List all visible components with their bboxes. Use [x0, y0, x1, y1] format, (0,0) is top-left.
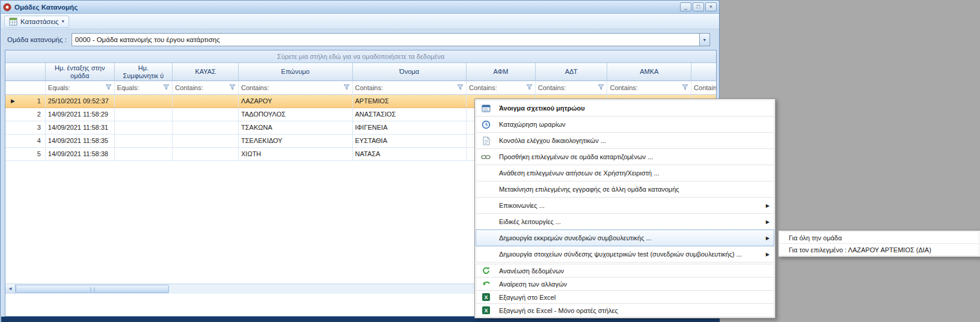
- filter-cell[interactable]: Contains:: [467, 81, 536, 95]
- chevron-down-icon: ▾: [62, 19, 64, 24]
- minimize-button[interactable]: _: [680, 2, 691, 11]
- menu-item-timetables[interactable]: Καταχώρηση ωραρίων: [476, 116, 774, 133]
- cell-first-name[interactable]: ΑΝΑΣΤΑΣΙΟΣ: [353, 108, 467, 121]
- menu-item-documents-console[interactable]: Κονσόλα ελέγχου δικαιολογητικών ...: [476, 132, 774, 149]
- cell-surname[interactable]: ΤΑΔΟΠΟΥΛΟΣ: [239, 108, 353, 121]
- submenu-item-whole-group[interactable]: Για όλη την ομάδα: [779, 231, 979, 244]
- window-title: Ομάδες Κατανομής: [14, 4, 78, 11]
- column-header-first-name[interactable]: Όνομα: [353, 63, 467, 81]
- filter-funnel-icon[interactable]: [526, 84, 533, 91]
- filter-cell[interactable]: Contains: [691, 81, 716, 95]
- menu-item-open-record[interactable]: Άνοιγμα σχετικού μητρώου: [476, 100, 774, 117]
- filter-funnel-icon[interactable]: [105, 84, 112, 91]
- cell-date-joined[interactable]: 14/09/2021 11:58:31: [46, 121, 115, 135]
- cell-surname[interactable]: ΧΙΩΤΗ: [239, 148, 353, 161]
- column-header-date-joined[interactable]: Ημ. ένταξης στην ομάδα: [46, 63, 115, 81]
- cell-surname[interactable]: ΛΑΖΑΡΟΥ: [239, 95, 353, 108]
- cell-agreement-date[interactable]: [115, 95, 173, 108]
- row-number-cell[interactable]: 3: [5, 121, 46, 135]
- menu-item-move-record[interactable]: Μετακίνηση επιλεγμένης εγγραφής σε άλλη …: [476, 181, 774, 198]
- column-header-afm[interactable]: ΑΦΜ: [467, 63, 536, 81]
- menu-item-refresh-data[interactable]: Ανανέωση δεδομένων: [476, 264, 774, 278]
- states-button[interactable]: Καταστάσεις ▾: [4, 16, 69, 28]
- svg-text:X: X: [484, 294, 488, 300]
- cell-first-name[interactable]: ΑΡΤΕΜΙΟΣ: [353, 95, 467, 108]
- link-icon: [480, 152, 491, 162]
- submenu-arrow-icon: ▶: [766, 203, 770, 208]
- submenu: Για όλη την ομάδα Για τον επιλεγμένο : Λ…: [778, 230, 980, 257]
- filter-funnel-icon[interactable]: [163, 84, 170, 91]
- cell-date-joined[interactable]: 14/09/2021 11:58:29: [46, 108, 115, 121]
- combobox-dropdown-button[interactable]: ▾: [699, 34, 709, 46]
- filter-cell[interactable]: [5, 81, 46, 95]
- cell-date-joined[interactable]: 25/10/2021 09:52:37: [46, 95, 115, 108]
- group-combobox-value: 0000 - Ομάδα κατανομής του έργου κατάρτι…: [72, 36, 699, 43]
- cell-surname[interactable]: ΤΣΑΚΩΝΑ: [239, 121, 353, 135]
- filter-funnel-icon[interactable]: [343, 84, 350, 91]
- close-button[interactable]: ×: [705, 2, 717, 11]
- group-combobox[interactable]: 0000 - Ομάδα κατανομής του έργου κατάρτι…: [72, 33, 710, 46]
- menu-item-create-pending-sessions[interactable]: Δημιουργία εκκρεμών συνεδριών συμβουλευτ…: [476, 229, 774, 246]
- column-header-amka[interactable]: ΑΜΚΑ: [607, 63, 691, 81]
- filter-cell[interactable]: Contains:: [607, 81, 691, 95]
- column-header-indicator[interactable]: [5, 63, 46, 81]
- filter-funnel-icon[interactable]: [229, 84, 236, 91]
- column-header-partial[interactable]: [691, 63, 716, 81]
- filter-cell[interactable]: Equals:: [115, 81, 173, 95]
- titlebar[interactable]: Ομάδες Κατανομής _ □ ×: [1, 1, 719, 14]
- scrollbar-grip: [90, 287, 94, 292]
- menu-item-communications[interactable]: Επικοινωνίες ... ▶: [476, 197, 774, 214]
- maximize-button[interactable]: □: [693, 2, 704, 11]
- filter-cell[interactable]: Contains:: [536, 81, 608, 95]
- column-header-kayas[interactable]: ΚΑΥΑΣ: [173, 63, 239, 81]
- cell-date-joined[interactable]: 14/09/2021 11:58:35: [46, 135, 115, 148]
- document-check-icon: [480, 136, 491, 145]
- cell-agreement-date[interactable]: [115, 135, 173, 148]
- cell-kayas[interactable]: [173, 135, 239, 148]
- group-by-hint: Σύρετε μια στήλη εδώ για να ομαδοποιήσετ…: [277, 53, 444, 60]
- filter-cell[interactable]: Equals:: [46, 81, 115, 95]
- cell-first-name[interactable]: ΙΦΙΓΕΝΕΙΑ: [353, 121, 467, 135]
- cell-kayas[interactable]: [173, 121, 239, 135]
- filter-funnel-icon[interactable]: [457, 84, 464, 91]
- cell-first-name[interactable]: ΕΥΣΤΑΘΙΑ: [353, 135, 467, 148]
- cell-date-joined[interactable]: 14/09/2021 11:58:38: [46, 148, 115, 161]
- menu-item-create-psychometric-logins[interactable]: Δημιουργία στοιχείων σύνδεσης ψυχομετρικ…: [476, 246, 774, 263]
- menu-item-special-functions[interactable]: Ειδικές λειτουργίες ... ▶: [476, 213, 774, 230]
- submenu-item-selected-person[interactable]: Για τον επιλεγμένο : ΛΑΖΑΡΟΥ ΑΡΤΕΜΙΟΣ (Δ…: [779, 243, 979, 256]
- states-button-label: Καταστάσεις: [20, 18, 59, 25]
- row-number-cell[interactable]: 2: [5, 108, 46, 121]
- filter-cell[interactable]: Contains:: [173, 81, 239, 95]
- cell-kayas[interactable]: [173, 108, 239, 121]
- row-number-cell[interactable]: 5: [5, 148, 46, 161]
- menu-item-export-excel[interactable]: X Εξαγωγή στο Excel: [476, 290, 774, 304]
- desktop: Ομάδες Κατανομής _ □ × Καταστάσεις ▾ Ομά…: [0, 0, 980, 322]
- menu-item-add-to-trainee-group[interactable]: Προσθήκη επιλεγμένων σε ομάδα καταρτιζομ…: [476, 148, 774, 165]
- filter-cell[interactable]: Contains:: [353, 81, 467, 95]
- filter-funnel-icon[interactable]: [598, 84, 604, 91]
- table-icon: [9, 17, 17, 26]
- cell-agreement-date[interactable]: [115, 121, 173, 135]
- cell-agreement-date[interactable]: [115, 108, 173, 121]
- row-number-cell[interactable]: 4: [5, 135, 46, 148]
- column-header-surname[interactable]: Επώνυμο: [239, 63, 353, 81]
- cell-agreement-date[interactable]: [115, 148, 173, 161]
- scroll-left-button[interactable]: ◄: [5, 284, 16, 294]
- context-menu: Άνοιγμα σχετικού μητρώου Καταχώρηση ωραρ…: [474, 99, 776, 318]
- scrollbar-thumb[interactable]: [16, 285, 169, 293]
- column-header-agreement-date[interactable]: Ημ. Συμφωνητικ ύ: [115, 63, 173, 81]
- filter-cell[interactable]: Contains:: [239, 81, 353, 95]
- menu-item-undo-changes[interactable]: Αναίρεση των αλλαγών: [476, 277, 774, 291]
- cell-kayas[interactable]: [173, 95, 239, 108]
- cell-first-name[interactable]: ΝΑΤΑΣΑ: [353, 148, 467, 161]
- filter-funnel-icon[interactable]: [682, 84, 688, 91]
- selected-row-arrow-icon: ▶: [11, 95, 15, 108]
- cell-kayas[interactable]: [173, 148, 239, 161]
- column-header-adt[interactable]: ΑΔΤ: [536, 63, 608, 81]
- group-by-panel[interactable]: Σύρετε μια στήλη εδώ για να ομαδοποιήσετ…: [5, 50, 716, 63]
- menu-item-assign-applications[interactable]: Ανάθεση επιλεγμένων αιτήσεων σε Χρήστη/Χ…: [476, 165, 774, 181]
- row-number-cell[interactable]: ▶1: [5, 95, 46, 108]
- menu-item-export-excel-visible[interactable]: X Εξαγωγή σε Excel - Μόνο ορατές στήλες: [476, 303, 774, 317]
- submenu-arrow-icon: ▶: [766, 252, 770, 257]
- cell-surname[interactable]: ΤΣΕΛΕΚΙΔΟΥ: [239, 135, 353, 148]
